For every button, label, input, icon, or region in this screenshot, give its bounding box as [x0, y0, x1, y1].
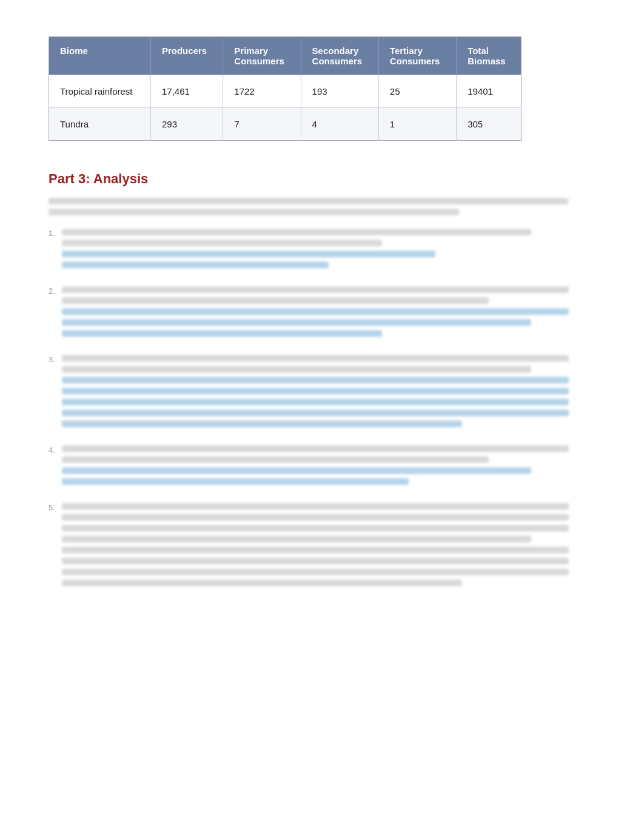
question-4: 4.	[49, 445, 595, 485]
part3-section: Part 3: Analysis 1. 2.	[49, 171, 595, 586]
question-3-text	[62, 355, 595, 427]
cell-producers-1: 17,461	[150, 75, 223, 108]
intro-text	[49, 198, 595, 215]
col-header-primary: PrimaryConsumers	[223, 37, 301, 75]
cell-tertiary-2: 1	[378, 108, 456, 141]
cell-secondary-2: 4	[301, 108, 378, 141]
question-number-3: 3.	[49, 355, 55, 364]
table-header-row: Biome Producers PrimaryConsumers Seconda…	[49, 37, 522, 75]
question-5: 5.	[49, 503, 595, 586]
table-row: Tundra 293 7 4 1 305	[49, 108, 522, 141]
col-header-producers: Producers	[150, 37, 223, 75]
cell-total-1: 19401	[457, 75, 522, 108]
cell-producers-2: 293	[150, 108, 223, 141]
question-2: 2.	[49, 286, 595, 337]
cell-secondary-1: 193	[301, 75, 378, 108]
part3-title: Part 3: Analysis	[49, 171, 595, 187]
cell-primary-1: 1722	[223, 75, 301, 108]
question-3: 3.	[49, 355, 595, 427]
cell-biome-1: Tropical rainforest	[49, 75, 151, 108]
col-header-total: TotalBiomass	[457, 37, 522, 75]
question-5-text	[62, 503, 595, 586]
cell-primary-2: 7	[223, 108, 301, 141]
question-number-1: 1.	[49, 229, 55, 238]
question-1-text	[62, 229, 595, 268]
question-4-text	[62, 445, 595, 485]
question-1: 1.	[49, 229, 595, 268]
table-row: Tropical rainforest 17,461 1722 193 25 1…	[49, 75, 522, 108]
col-header-secondary: SecondaryConsumers	[301, 37, 378, 75]
question-2-text	[62, 286, 595, 337]
page-wrapper: Biome Producers PrimaryConsumers Seconda…	[49, 36, 595, 586]
col-header-tertiary: TertiaryConsumers	[378, 37, 456, 75]
biomass-table: Biome Producers PrimaryConsumers Seconda…	[49, 36, 522, 141]
biomass-table-section: Biome Producers PrimaryConsumers Seconda…	[49, 36, 595, 141]
question-number-4: 4.	[49, 445, 55, 455]
question-number-2: 2.	[49, 286, 55, 296]
col-header-biome: Biome	[49, 37, 151, 75]
cell-tertiary-1: 25	[378, 75, 456, 108]
cell-total-2: 305	[457, 108, 522, 141]
question-number-5: 5.	[49, 503, 55, 512]
cell-biome-2: Tundra	[49, 108, 151, 141]
